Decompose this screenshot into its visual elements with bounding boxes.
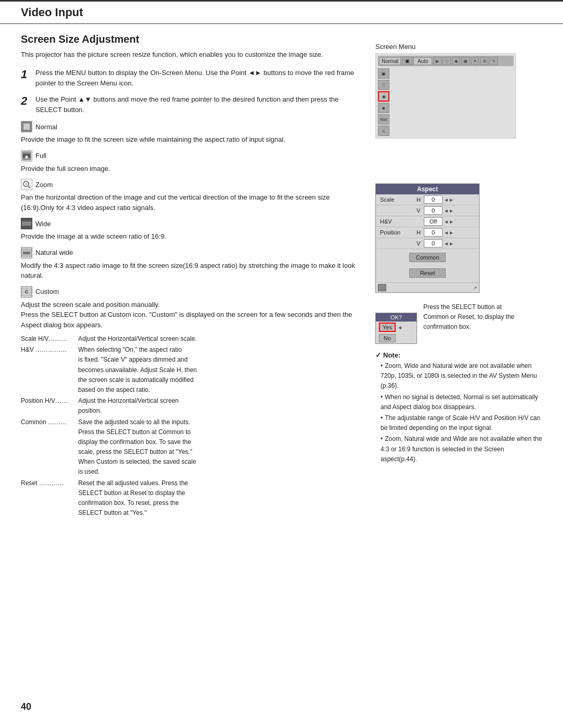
pos-h-label: H <box>411 229 422 236</box>
step-number-2: 2 <box>21 95 35 107</box>
ok-dialog: OK? Yes ◄ No <box>375 313 417 344</box>
screen-menu-label: Screen Menu <box>375 43 542 51</box>
side-icon-6: C <box>378 126 389 136</box>
aspect-row-pos-v: V 0 ◄► <box>376 238 479 249</box>
screen-menu-body: ▣ □ ◉ ■ NW C <box>378 67 513 136</box>
si6: ⚙ <box>480 57 488 65</box>
scale-h-arrow: ◄► <box>444 197 454 203</box>
zoom-icon-row: + Zoom <box>21 179 365 190</box>
right-column: Screen Menu Normal ▣ Auto ▶ □ ◆ ▣ ✦ ⚙ ✎ <box>375 24 542 519</box>
svg-rect-9 <box>22 221 31 226</box>
header-title: Video Input <box>21 6 83 19</box>
full-desc: Provide the full screen image. <box>21 164 365 174</box>
side-icon-3-active: ◉ <box>378 91 389 102</box>
normal-desc: Provide the image to fit the screen size… <box>21 134 365 145</box>
pos-v-value: 0 <box>424 239 443 248</box>
auto-btn: Auto <box>413 57 432 65</box>
hv-arrow: ◄► <box>444 219 454 225</box>
custom-label: Custom <box>35 288 59 295</box>
intro-text: This projector has the picture screen re… <box>21 51 365 58</box>
scale-v-label: V <box>411 207 422 214</box>
def-row-reset: Reset ………… Reset the all adjusted values… <box>21 478 365 519</box>
note-item-4: Zoom, Natural wide and Wide are not avai… <box>375 434 542 464</box>
custom-icon-row: C Custom <box>21 286 365 298</box>
ok-header: OK? <box>376 313 417 322</box>
nw-icon: NW <box>21 247 32 258</box>
aspect-bottom-icon <box>378 284 386 291</box>
no-button[interactable]: No <box>379 334 396 342</box>
side-icon-5: NW <box>378 114 389 125</box>
aspect-header: Aspect <box>376 184 479 194</box>
common-button[interactable]: Common <box>409 253 446 262</box>
nw-icon-row: NW Natural wide <box>21 247 365 258</box>
page-number: 40 <box>21 701 31 712</box>
pos-h-arrow: ◄► <box>444 230 454 236</box>
nw-desc: Modify the 4:3 aspect ratio image to fit… <box>21 261 365 281</box>
si7: ✎ <box>489 57 498 65</box>
common-btn-row: Common <box>376 249 479 266</box>
header-bar: Video Input <box>0 0 563 24</box>
step-text-2: Use the Point ▲▼ buttons and move the re… <box>35 94 365 115</box>
def-term-hv: H&V …………… <box>21 345 78 395</box>
wide-icon-row: Wide <box>21 218 365 229</box>
scale-label: Scale <box>380 196 411 203</box>
hv-label: H&V <box>380 218 411 225</box>
reset-button[interactable]: Reset <box>409 268 446 278</box>
def-desc-scale: Adjust the Horizontal/Vertical screen sc… <box>78 334 365 344</box>
def-desc-common: Save the adjusted scale to all the input… <box>78 417 365 477</box>
wide-label: Wide <box>35 220 51 228</box>
smenu-icons: ▶ □ ◆ ▣ ✦ ⚙ ✎ <box>433 57 498 65</box>
aspect-row-scale-v: V 0 ◄► <box>376 205 479 216</box>
def-row-position: Position H/V…… Adjust the Horizontal/Ver… <box>21 396 365 416</box>
smenu-icon1: ▣ <box>402 57 412 65</box>
section-title: Screen Size Adjustment <box>21 33 365 45</box>
zoom-icon: + <box>21 179 32 190</box>
normal-btn: Normal <box>379 57 401 65</box>
aspect-dialog: Aspect Scale H 0 ◄► V 0 ◄► <box>375 183 480 293</box>
page-container: Video Input Screen Size Adjustment This … <box>0 0 563 728</box>
ok-row-yes: Yes ◄ <box>376 322 417 333</box>
normal-icon <box>21 121 32 132</box>
note-item-2: When no signal is detected, Normal is se… <box>375 392 542 412</box>
svg-text:C: C <box>25 289 29 294</box>
pos-v-arrow: ◄► <box>444 241 454 246</box>
ok-area: OK? Yes ◄ No Press the SELECT button at … <box>375 302 542 344</box>
aspect-row-hv: H&V Off ◄► <box>376 216 479 227</box>
custom-desc: Adjust the screen scale and position man… <box>21 300 365 330</box>
side-icon-4: ■ <box>378 103 389 113</box>
si4: ▣ <box>461 57 470 65</box>
def-row-scale: Scale H/V……… Adjust the Horizontal/Verti… <box>21 334 365 344</box>
def-term-common: Common ……… <box>21 417 78 477</box>
svg-line-6 <box>28 186 30 188</box>
yes-button[interactable]: Yes <box>379 323 396 332</box>
note-item-1: Zoom, Wide and Natural wide are not avai… <box>375 361 542 391</box>
def-desc-hv: When selecting "On," the aspect ratio is… <box>78 345 365 395</box>
step-2: 2 Use the Point ▲▼ buttons and move the … <box>21 94 365 115</box>
svg-text:+: + <box>25 182 27 186</box>
si2: □ <box>443 57 451 65</box>
scale-h-label: H <box>411 196 422 203</box>
definitions-table: Scale H/V……… Adjust the Horizontal/Verti… <box>21 334 365 518</box>
scale-v-arrow: ◄► <box>444 208 454 214</box>
aspect-bottom: ↗ <box>376 282 479 292</box>
aspect-bottom-arrow: ↗ <box>473 285 477 291</box>
screen-menu-mockup: Normal ▣ Auto ▶ □ ◆ ▣ ✦ ⚙ ✎ <box>375 53 516 139</box>
pos-h-value: 0 <box>424 228 443 237</box>
pos-v-label: V <box>411 240 422 246</box>
ok-caption: Press the SELECT button at Common or Res… <box>423 302 528 332</box>
def-desc-reset: Reset the all adjusted values. Press the… <box>78 478 365 519</box>
step-number-1: 1 <box>21 69 35 80</box>
si3: ◆ <box>452 57 460 65</box>
ok-row-no: No <box>376 333 417 343</box>
step-1: 1 Press the MENU button to display the O… <box>21 68 365 88</box>
def-row-hv: H&V …………… When selecting "On," the aspec… <box>21 345 365 395</box>
svg-rect-1 <box>23 124 30 130</box>
def-term-position: Position H/V…… <box>21 396 78 416</box>
full-icon-row: ▣ Full <box>21 150 365 162</box>
aspect-row-scale-h: Scale H 0 ◄► <box>376 194 479 205</box>
scale-v-value: 0 <box>424 206 443 215</box>
def-term-reset: Reset ………… <box>21 478 78 519</box>
aspect-row-pos-h: Position H 0 ◄► <box>376 227 479 238</box>
side-icon-1: ▣ <box>378 68 389 79</box>
def-term-scale: Scale H/V……… <box>21 334 78 344</box>
